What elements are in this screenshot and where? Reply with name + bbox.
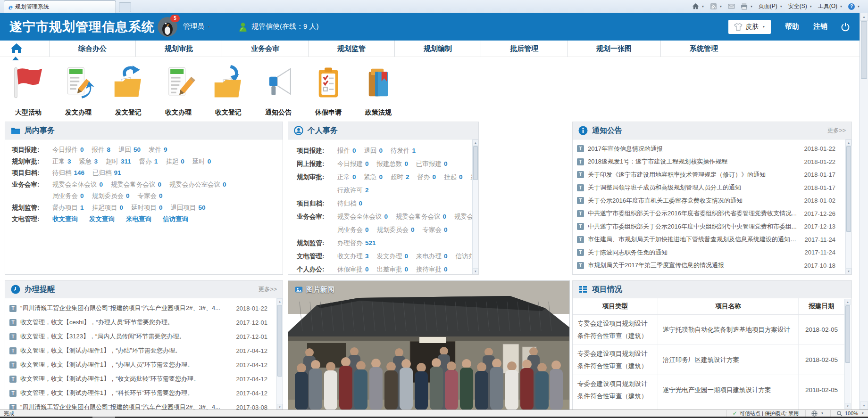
- stat-item[interactable]: 今日报件0: [52, 144, 84, 156]
- stat-item[interactable]: 规划委员会0: [377, 223, 415, 237]
- list-item[interactable]: T关于陈波同志职务任免的通知2017-11-24: [573, 246, 845, 259]
- stat-item[interactable]: 挂起项目0: [92, 202, 124, 214]
- stat-item[interactable]: 今日报建0: [337, 157, 369, 171]
- page-scrollbar[interactable]: ▲ ▼: [860, 13, 868, 410]
- stat-item[interactable]: 报件8: [92, 144, 111, 156]
- shortcut-megaphone[interactable]: 通知公告: [256, 65, 301, 117]
- list-item[interactable]: T收文管理，收文【ceshi】，“办理人员”环节需要您办理。2017-12-01: [5, 315, 277, 329]
- stat-item[interactable]: 挂起0: [166, 156, 184, 168]
- stat-item[interactable]: 发文办理0: [377, 250, 409, 263]
- mail-icon[interactable]: [726, 2, 736, 11]
- stat-item[interactable]: 紧急0: [364, 171, 383, 184]
- nav-item[interactable]: 规划审批: [135, 41, 222, 57]
- skin-button[interactable]: 皮肤: [728, 20, 771, 34]
- list-item[interactable]: T2018遂规发1号：遂宁市建设工程规划核实操作规程2018-01-22: [573, 156, 845, 169]
- shortcut-flag[interactable]: 大型活动: [6, 65, 51, 117]
- list-item[interactable]: T“四川清巍工贸企业集团有限公司”报建的项目“汽车产业园项目2#、3#、4...…: [5, 301, 277, 315]
- safety-menu[interactable]: 安全(S): [787, 1, 814, 11]
- stat-link[interactable]: 来电查询: [126, 213, 151, 225]
- list-item[interactable]: T收文管理，收文【测试办理件1】，“办理人员”环节需要您办理。2017-04-1…: [5, 358, 277, 372]
- nav-item[interactable]: 批后管理: [481, 41, 567, 57]
- stat-item[interactable]: 紧急3: [79, 156, 98, 168]
- zoom-control[interactable]: 100%: [830, 410, 864, 417]
- shortcut-doc-receive[interactable]: 收文办理: [156, 65, 201, 117]
- new-tab-button[interactable]: [119, 2, 131, 12]
- more-link[interactable]: 更多>>: [258, 286, 277, 294]
- stat-item[interactable]: 办理督办521: [337, 237, 376, 250]
- nav-item[interactable]: 综合办公: [49, 41, 135, 57]
- stat-item[interactable]: 报件0: [337, 144, 356, 157]
- browser-tab[interactable]: e 规划管理系统: [4, 0, 116, 13]
- stat-item[interactable]: 专家会0: [423, 223, 448, 237]
- stat-item[interactable]: 规委会全体会议0: [52, 179, 103, 191]
- stat-item[interactable]: 已归档91: [92, 167, 121, 179]
- list-item[interactable]: T收文管理，收文【测试办理件1】，“收文岗批转”环节需要您办理。2017-04-…: [5, 372, 277, 386]
- stat-item[interactable]: 接待审批0: [416, 263, 448, 275]
- feeds-icon[interactable]: [709, 2, 724, 11]
- stat-item[interactable]: 督办1: [139, 156, 158, 168]
- stat-item[interactable]: 来电办理0: [416, 250, 448, 263]
- stat-item[interactable]: 发件9: [149, 144, 167, 156]
- stat-item[interactable]: 待发件1: [391, 144, 416, 157]
- page-menu[interactable]: 页面(P): [757, 1, 784, 11]
- list-item[interactable]: T收文管理，收文【3123】，“局内人员传阅”环节需要您办理。2017-12-0…: [5, 329, 277, 344]
- projects-scrollbar[interactable]: ▲ ▼: [844, 299, 851, 409]
- table-row[interactable]: 专委会建设项目规划设计条件符合性审查（建筑）遂宁托璞勒自动化装备制造基地项目方案…: [573, 315, 844, 345]
- stat-item[interactable]: 延时项目0: [131, 202, 163, 214]
- tools-menu[interactable]: 工具(O): [817, 1, 844, 11]
- list-item[interactable]: T关于公示2016年度市直机关工委留存党费收支情况的通知2018-01-02: [573, 194, 845, 207]
- stat-item[interactable]: 退回0: [364, 144, 383, 157]
- nav-item[interactable]: 业务会审: [222, 41, 308, 57]
- print-icon[interactable]: [739, 2, 754, 11]
- list-item[interactable]: T关于印发《遂宁市建设用地容积率技术管理规定（修订）》的通知2018-01-17: [573, 168, 845, 181]
- stat-item[interactable]: 正常0: [337, 171, 356, 184]
- list-item[interactable]: T关于调整局领导班子成员和高级规划管理人员分工的通知2018-01-17: [573, 181, 845, 195]
- panel-photo-news[interactable]: 图片新闻: [288, 280, 570, 410]
- power-button[interactable]: [841, 22, 850, 32]
- stat-item[interactable]: 退回50: [118, 144, 141, 156]
- shortcut-folder-out[interactable]: 发文登记: [106, 65, 151, 117]
- list-item[interactable]: T收文管理，收文【测试办理件1】，“办结”环节需要您办理。2017-04-12: [5, 344, 277, 358]
- personal-scrollbar[interactable]: ▲ ▼: [472, 139, 478, 274]
- more-link[interactable]: 更多>>: [827, 127, 846, 135]
- stat-link[interactable]: 发文查询: [89, 213, 115, 225]
- list-item[interactable]: T“四川清巍工贸企业集团有限公司”报建的项目“汽车产业园项目2#、3#、4...…: [5, 400, 277, 410]
- stat-item[interactable]: 待归档146: [52, 167, 84, 179]
- browser-mode-button[interactable]: [805, 410, 824, 417]
- stat-item[interactable]: 局业务会0: [52, 190, 84, 202]
- stat-item[interactable]: 待归档0: [337, 197, 362, 210]
- list-item[interactable]: T市住建局、市规划局关于加快推进地下管线普查规划及信息系统建设的通知（...20…: [573, 233, 845, 246]
- nav-item[interactable]: 规划编制: [394, 41, 481, 57]
- stat-item[interactable]: 规委会全体会议0: [337, 210, 388, 223]
- logout-link[interactable]: 注销: [813, 22, 827, 31]
- stat-item[interactable]: 规划委员会0: [92, 190, 130, 202]
- list-item[interactable]: T中共遂宁市委组织部关于公示2016年度中央组织部代中央管理党费和市委组...2…: [573, 220, 845, 233]
- stat-item[interactable]: 休假审批0: [337, 263, 369, 275]
- stat-link[interactable]: 信访查询: [163, 213, 188, 225]
- stat-item[interactable]: 行政许可2: [337, 184, 369, 197]
- list-item[interactable]: T市规划局关于2017年第三季度宣传信息的情况通报2017-10-18: [573, 259, 845, 272]
- stat-item[interactable]: 延时0: [192, 156, 211, 168]
- nav-item[interactable]: 系统管理: [660, 41, 747, 57]
- stat-item[interactable]: 挂起0: [444, 171, 463, 184]
- stat-item[interactable]: 超时311: [106, 156, 131, 168]
- nav-item[interactable]: 规划监管: [308, 41, 394, 57]
- table-row[interactable]: 专委会建设项目规划设计条件符合性审查（建筑）遂宁光电产业园一期项目建筑设计方案2…: [573, 375, 844, 405]
- stat-item[interactable]: 正常3: [52, 156, 71, 168]
- stat-item[interactable]: 规委会常务会议0: [111, 179, 161, 191]
- stat-item[interactable]: 专家会0: [138, 190, 163, 202]
- shortcut-folder-in[interactable]: 收文登记: [206, 65, 251, 117]
- notices-scrollbar[interactable]: ▲ ▼: [845, 139, 851, 274]
- list-item[interactable]: T中共遂宁市委组织部关于公示2016年度省委组织部代省委管理党费收支情况...2…: [573, 207, 845, 221]
- messenger-status[interactable]: 规管信使(在线：9 人): [238, 22, 319, 32]
- user-avatar[interactable]: 5: [158, 17, 177, 37]
- table-row[interactable]: 专委会建设项目规划设计条件符合性审查（建筑）涪江印务厂区建筑设计方案2018-0…: [573, 345, 844, 375]
- stat-item[interactable]: 收文办理3: [337, 250, 369, 263]
- shortcut-clipboard[interactable]: 休假申请: [306, 65, 351, 117]
- stat-item[interactable]: 局业务会0: [337, 223, 369, 237]
- stat-item[interactable]: 已审报建0: [416, 157, 448, 171]
- reminders-scrollbar[interactable]: ▲ ▼: [276, 298, 283, 410]
- stat-item[interactable]: 出差审批0: [377, 263, 409, 275]
- list-item[interactable]: T2017年宣传信息情况的通报2018-01-22: [573, 142, 845, 156]
- stat-item[interactable]: 规委会常务会议0: [396, 210, 446, 223]
